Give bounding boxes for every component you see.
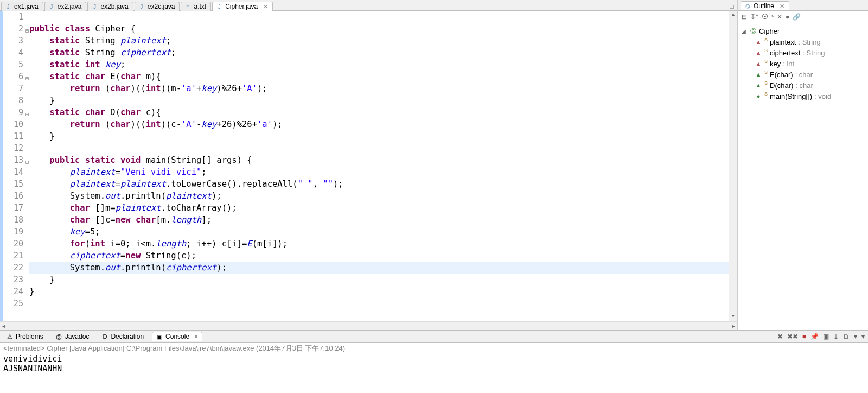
pin-icon[interactable]: 📌 (809, 333, 820, 340)
scroll-down-icon[interactable]: ▾ (729, 313, 737, 321)
editor-tab-ex2c-java[interactable]: Jex2c.java (135, 2, 180, 11)
outline-item-plaintext[interactable]: ▲Splaintext : String (739, 36, 867, 47)
tab-outline[interactable]: ⌬ Outline ✕ (741, 1, 789, 10)
console-header: <terminated> Cipher [Java Application] C… (3, 344, 865, 354)
editor-tab-ex2-java[interactable]: Jex2.java (44, 2, 87, 11)
remove-launch-icon[interactable]: ✖ (776, 333, 784, 340)
console-toolbar: ✖ ✖✖ ■ 📌 ▣ ⤓ 🗋 ▾ ▾ (776, 333, 866, 340)
close-icon[interactable]: ✕ (263, 3, 268, 10)
sort-icon[interactable]: ↧ᴬ (750, 13, 758, 21)
editor-tab-ex1-java[interactable]: Jex1.java (1, 2, 43, 11)
class-icon: Ⓒ (749, 27, 757, 35)
vertical-scrollbar[interactable]: ▴ ▾ (729, 11, 737, 321)
code-area[interactable]: public class Cipher { static String plai… (27, 11, 729, 321)
code-line[interactable]: static char E(char m){ (29, 71, 729, 83)
focus-icon[interactable]: ⊟ (742, 13, 747, 21)
code-line[interactable]: public class Cipher { (29, 23, 729, 35)
editor-tab-cipher-java[interactable]: JCipher.java✕ (212, 2, 273, 11)
code-line[interactable]: static String ciphertext; (29, 47, 729, 59)
method-icon: ▲ (755, 71, 762, 78)
outline-item-main-string-[interactable]: ●Smain(String[]) : void (739, 91, 867, 102)
outline-item-type: : int (783, 60, 794, 68)
editor-tab-label: ex1.java (14, 3, 39, 10)
clear-console-icon[interactable]: 🗋 (842, 333, 851, 340)
code-line[interactable]: key=5; (29, 226, 729, 238)
code-line[interactable] (29, 297, 729, 309)
bottom-tab-label: Declaration (111, 333, 144, 340)
bottom-tab-declaration[interactable]: DDeclaration (97, 332, 148, 341)
code-line[interactable]: char []c=new char[m.length]; (29, 214, 729, 226)
method-icon: ▲ (755, 81, 762, 89)
outline-item-key[interactable]: ▲Skey : int (739, 58, 867, 69)
code-line[interactable]: public static void main(String[] args) { (29, 154, 729, 166)
code-line[interactable]: static int key; (29, 59, 729, 71)
declaration-icon: D (101, 333, 108, 340)
bottom-tab-javadoc[interactable]: @Javadoc (52, 332, 93, 341)
maximize-icon[interactable]: □ (726, 3, 737, 10)
outline-tab-label: Outline (754, 2, 774, 10)
outline-item-label: plaintext (770, 38, 796, 46)
filter-public-icon[interactable]: ✕ (777, 13, 782, 21)
code-line[interactable]: plaintext=plaintext.toLowerCase().replac… (29, 178, 729, 190)
display-icon[interactable]: ▣ (822, 333, 830, 340)
code-line[interactable]: System.out.println(plaintext); (29, 190, 729, 202)
outline-root-label: Cipher (759, 27, 780, 35)
minimize-icon[interactable]: — (716, 3, 726, 10)
code-line[interactable]: char []m=plaintext.toCharArray(); (29, 202, 729, 214)
link-icon[interactable]: 🔗 (793, 13, 801, 21)
outline-item-ciphertext[interactable]: ▲Sciphertext : String (739, 47, 867, 58)
outline-item-label: key (770, 60, 781, 68)
static-marker: S (764, 37, 768, 42)
bottom-tab-label: Console (165, 333, 189, 340)
field-icon: ▲ (755, 60, 762, 67)
open-console-icon[interactable]: ▾ (853, 333, 858, 340)
console-body[interactable]: <terminated> Cipher [Java Application] C… (0, 343, 868, 393)
outline-item-label: ciphertext (770, 49, 800, 57)
code-line[interactable]: static String plaintext; (29, 35, 729, 47)
field-icon: ▲ (755, 49, 762, 56)
editor-tab-label: ex2c.java (148, 3, 175, 10)
field-icon: ▲ (755, 38, 762, 46)
code-line[interactable]: } (29, 286, 729, 297)
code-line[interactable]: return (char)((int)(c-'A'-key+26)%26+'a'… (29, 118, 729, 130)
bottom-tab-problems[interactable]: ⚠Problems (2, 332, 47, 341)
code-line[interactable] (29, 142, 729, 154)
remove-all-icon[interactable]: ✖✖ (786, 333, 799, 340)
editor-tab-ex2b-java[interactable]: Jex2b.java (87, 2, 133, 11)
close-icon[interactable]: ✕ (194, 333, 199, 340)
filter-fields-icon[interactable]: ⦿ (762, 13, 768, 21)
code-line[interactable]: ciphertext=new String(c); (29, 250, 729, 262)
close-icon[interactable]: ✕ (780, 3, 784, 10)
ruler (0, 11, 4, 321)
scroll-up-icon[interactable]: ▴ (729, 11, 737, 20)
scroll-right-icon[interactable]: ▸ (732, 323, 735, 329)
code-line[interactable]: System.out.println(ciphertext); (29, 262, 729, 274)
code-line[interactable]: for(int i=0; i<m.length; i++) c[i]=E(m[i… (29, 238, 729, 250)
bottom-tab-console[interactable]: ▣Console✕ (152, 332, 202, 341)
outline-class-node[interactable]: ◢ⒸCipher (739, 26, 867, 36)
horizontal-scrollbar[interactable]: ◂ ▸ (0, 321, 737, 330)
outline-item-e-char-[interactable]: ▲SE(char) : char (739, 69, 867, 80)
outline-item-label: D(char) (770, 81, 793, 90)
code-line[interactable]: plaintext="Veni vidi vici"; (29, 166, 729, 178)
code-line[interactable]: static char D(char c){ (29, 106, 729, 118)
outline-tree[interactable]: ◢ⒸCipher▲Splaintext : String▲Sciphertext… (738, 23, 868, 330)
file-icon: J (138, 3, 145, 10)
terminate-icon[interactable]: ■ (801, 333, 807, 340)
code-line[interactable]: } (29, 130, 729, 142)
filter-static-icon[interactable]: ˢ (771, 13, 774, 21)
scroll-left-icon[interactable]: ◂ (2, 323, 5, 329)
editor-tab-a-txt[interactable]: ≡a.txt (181, 2, 211, 11)
new-console-icon[interactable]: ▾ (860, 333, 866, 340)
code-line[interactable] (29, 11, 729, 23)
outline-item-d-char-[interactable]: ▲SD(char) : char (739, 80, 867, 91)
console-icon: ▣ (156, 333, 163, 340)
outline-item-type: : String (798, 38, 820, 46)
scroll-lock-icon[interactable]: ⤓ (832, 333, 840, 340)
code-line[interactable]: } (29, 274, 729, 286)
filter-local-icon[interactable]: ● (786, 13, 789, 21)
static-marker: S (764, 48, 768, 53)
code-line[interactable]: } (29, 94, 729, 106)
code-line[interactable]: return (char)((int)(m-'a'+key)%26+'A'); (29, 83, 729, 94)
line-gutter: 12⊟3456⊟789⊟10111213⊟1415161718192021222… (4, 11, 27, 321)
